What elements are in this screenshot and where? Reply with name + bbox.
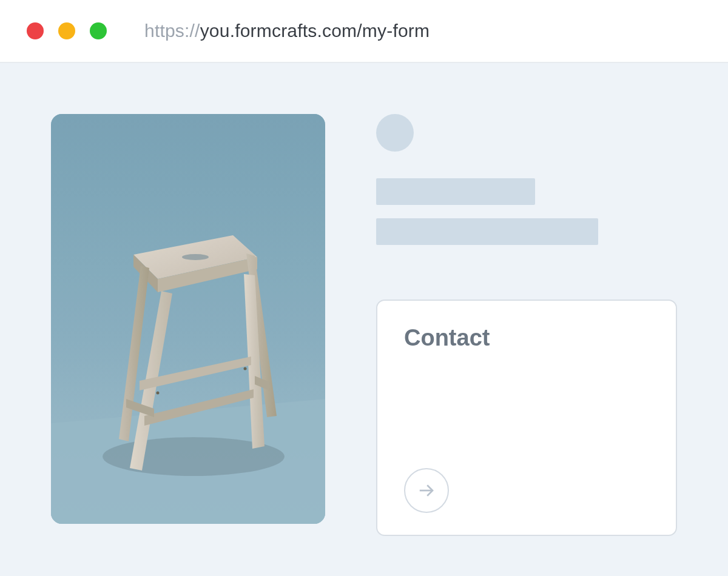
product-image [51,114,325,524]
address-bar[interactable]: https://you.formcrafts.com/my-form [144,21,430,41]
window-controls [27,22,107,39]
right-column: Contact [376,114,677,576]
submit-button[interactable] [404,468,449,513]
url-host-path: you.formcrafts.com/my-form [200,21,430,41]
browser-chrome: https://you.formcrafts.com/my-form [0,0,728,63]
svg-rect-17 [51,114,325,524]
text-placeholder-line-1 [376,178,535,205]
maximize-window-icon[interactable] [90,22,107,39]
close-window-icon[interactable] [27,22,44,39]
arrow-right-icon [417,481,436,500]
text-placeholder-line-2 [376,218,598,245]
avatar-placeholder [376,114,414,152]
page-content: Contact [0,63,728,576]
contact-form-card: Contact [376,300,677,536]
form-title: Contact [404,325,649,351]
url-scheme: https:// [144,21,200,41]
minimize-window-icon[interactable] [58,22,75,39]
